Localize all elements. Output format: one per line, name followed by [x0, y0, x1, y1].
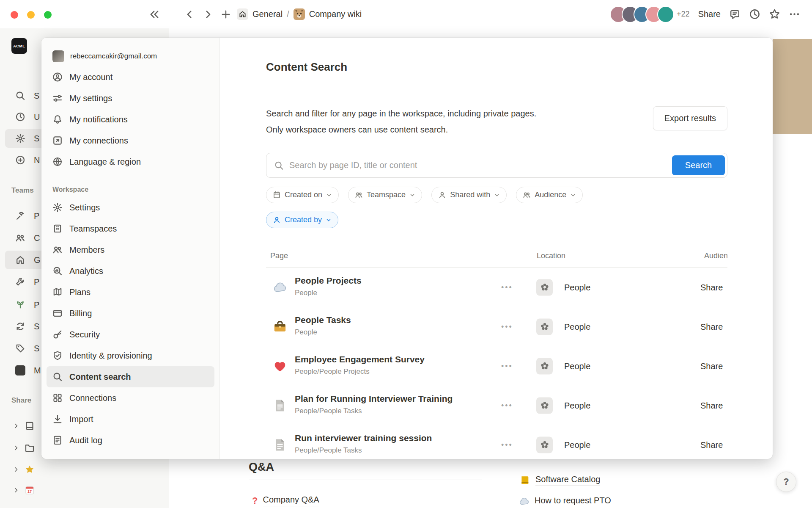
chevron-right-icon[interactable]	[13, 422, 19, 429]
nav-item-content-search[interactable]: Content search	[47, 366, 214, 387]
comments-icon[interactable]	[729, 8, 741, 20]
credit-card-icon	[52, 308, 63, 318]
yellow-book-icon	[520, 475, 530, 486]
page-path-cell: People/People Projects	[295, 367, 370, 376]
shared-page-item[interactable]	[5, 481, 164, 500]
row-actions-icon[interactable]: •••	[501, 362, 513, 370]
back-button[interactable]	[182, 7, 197, 22]
shared-page-item[interactable]	[5, 460, 164, 479]
row-actions-icon[interactable]: •••	[501, 283, 513, 292]
page-title-cell[interactable]: Run interviewer training session	[295, 433, 432, 443]
filter-audience[interactable]: Audience	[516, 187, 583, 203]
software-catalog-label[interactable]: Software Catalog	[535, 475, 600, 486]
zoom-button[interactable]	[44, 11, 52, 19]
row-actions-icon[interactable]: •••	[501, 440, 513, 449]
breadcrumb-root[interactable]: General	[252, 9, 283, 19]
breadcrumb-page[interactable]: Company wiki	[309, 9, 362, 19]
close-button[interactable]	[11, 11, 18, 19]
page-title-cell[interactable]: Employee Engagement Survey	[295, 354, 425, 364]
table-row[interactable]: Run interviewer training session People/…	[266, 425, 727, 459]
nav-item-connections[interactable]: Connections	[47, 387, 214, 409]
page-title-cell[interactable]: People Projects	[295, 276, 362, 286]
nav-item-my-notifications[interactable]: My notifications	[47, 109, 214, 130]
account-row: rebeccamcakir@gmail.com	[41, 46, 219, 66]
nav-item-label: Language & region	[69, 157, 141, 167]
teamspace-label: P	[34, 277, 39, 287]
row-actions-icon[interactable]: •••	[501, 401, 513, 410]
grid-icon	[52, 393, 63, 403]
chevron-down-icon	[494, 192, 500, 198]
people-icon	[15, 233, 25, 243]
teamspace-tile	[536, 318, 553, 335]
nav-item-import[interactable]: Import	[47, 409, 214, 430]
nav-item-members[interactable]: Members	[47, 239, 214, 260]
chevron-down-icon	[326, 217, 332, 223]
table-row[interactable]: Plan for Running Interviewer Training Pe…	[266, 386, 727, 425]
nav-item-teamspaces[interactable]: Teamspaces	[47, 218, 214, 239]
nav-item-billing[interactable]: Billing	[47, 303, 214, 324]
nav-item-my-settings[interactable]: My settings	[47, 88, 214, 109]
row-actions-icon[interactable]: •••	[501, 322, 513, 331]
nav-item-settings[interactable]: Settings	[47, 197, 214, 218]
hammer-icon	[15, 211, 25, 221]
table-row[interactable]: People Projects People ••• People Share	[266, 268, 727, 307]
filter-created-by[interactable]: Created by	[266, 212, 338, 228]
chevron-right-icon[interactable]	[13, 487, 19, 494]
window-titlebar: General / Company wiki +22 Share	[0, 0, 812, 28]
nav-item-security[interactable]: Security	[47, 324, 214, 345]
chevron-right-icon[interactable]	[13, 444, 19, 451]
filter-label: Audience	[535, 190, 566, 199]
share-button[interactable]: Share	[698, 9, 721, 19]
filter-shared-with[interactable]: Shared with	[431, 187, 507, 203]
new-tab-button[interactable]	[218, 7, 233, 22]
chevron-right-icon	[203, 9, 214, 20]
sidebar-item-label: S	[34, 91, 39, 101]
column-header-page: Page	[270, 251, 288, 260]
table-row[interactable]: People Tasks People ••• People Share	[266, 307, 727, 346]
request-pto-link[interactable]: How to request PTO	[519, 496, 611, 507]
collapse-sidebar-button[interactable]	[147, 7, 162, 22]
table-row[interactable]: Employee Engagement Survey People/People…	[266, 346, 727, 386]
avatar-stack[interactable]: +22	[610, 6, 690, 23]
company-qa-label[interactable]: Company Q&A	[263, 495, 319, 506]
export-results-button[interactable]: Export results	[653, 106, 727, 130]
nav-item-language-region[interactable]: Language & region	[47, 151, 214, 172]
calendar-17-icon	[25, 485, 35, 495]
help-button[interactable]: ?	[776, 472, 796, 492]
history-clock-icon[interactable]	[749, 8, 760, 20]
filter-created-on[interactable]: Created on	[266, 187, 339, 203]
search-input[interactable]	[289, 153, 666, 177]
workspace-logo[interactable]: ACME	[11, 38, 27, 54]
nav-item-identity-provisioning[interactable]: Identity & provisioning	[47, 345, 214, 366]
nav-item-audit-log[interactable]: Audit log	[47, 430, 214, 451]
breadcrumb: General / Company wiki	[237, 0, 362, 28]
heart-icon	[273, 359, 287, 373]
favorite-star-icon[interactable]	[769, 8, 780, 20]
gear-icon	[52, 202, 63, 213]
minimize-button[interactable]	[27, 11, 35, 19]
question-mark-icon: ?	[252, 495, 258, 506]
nav-item-my-account[interactable]: My account	[47, 66, 214, 88]
nav-item-my-connections[interactable]: My connections	[47, 130, 214, 151]
page-path-cell: People/People Tasks	[295, 446, 362, 455]
general-teamspace-tile[interactable]	[237, 8, 248, 20]
qa-section-heading: Q&A	[249, 461, 274, 474]
company-qa-link[interactable]: ? Company Q&A	[252, 495, 319, 506]
wrench-icon	[15, 277, 25, 287]
software-catalog-link[interactable]: Software Catalog	[520, 475, 600, 486]
nav-item-analytics[interactable]: Analytics	[47, 260, 214, 282]
search-button[interactable]: Search	[672, 155, 725, 175]
page-title-cell[interactable]: Plan for Running Interviewer Training	[295, 394, 453, 404]
filter-teamspace[interactable]: Teamspace	[348, 187, 422, 203]
book-icon	[25, 421, 35, 431]
flower-icon	[540, 440, 550, 450]
request-pto-label[interactable]: How to request PTO	[535, 496, 611, 507]
content-search-bar: Search	[266, 153, 727, 178]
chevron-right-icon[interactable]	[13, 466, 19, 473]
page-title-cell[interactable]: People Tasks	[295, 315, 351, 325]
audience-cell: Share	[700, 400, 723, 410]
nav-item-plans[interactable]: Plans	[47, 282, 214, 303]
star-icon	[25, 464, 35, 475]
forward-button[interactable]	[200, 7, 216, 22]
more-options-icon[interactable]	[789, 8, 800, 20]
